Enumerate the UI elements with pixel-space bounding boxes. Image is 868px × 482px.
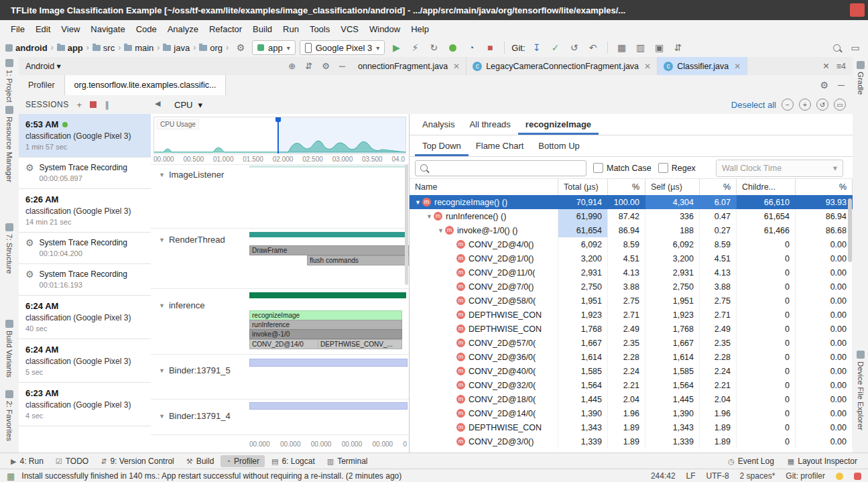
- git-history-button[interactable]: ↺: [567, 40, 582, 55]
- expand-arrow-icon[interactable]: ▼: [425, 213, 434, 220]
- expand-arrow-icon[interactable]: ▼: [414, 199, 422, 206]
- pause-session-icon[interactable]: ∥: [105, 100, 109, 110]
- stop-session-icon[interactable]: [90, 101, 97, 108]
- menu-item-tools[interactable]: Tools: [304, 21, 335, 37]
- lane-label-binder4[interactable]: ▼ Binder:13791_4: [159, 411, 231, 421]
- table-row[interactable]: mCONV_2D@18/0(1,4452.041,4452.0400.00: [410, 392, 853, 406]
- tool-window-button-todo[interactable]: ☑TODO: [50, 455, 94, 467]
- collapse-sessions-icon[interactable]: ◀: [155, 99, 160, 108]
- session-item[interactable]: 6:26 AMclassification (Google Pixel 3)14…: [19, 189, 151, 233]
- table-row[interactable]: mCONV_2D@7/0()2,7503.882,7503.8800.00: [410, 280, 853, 294]
- menu-item-edit[interactable]: Edit: [30, 21, 56, 37]
- sdk-manager-icon[interactable]: ⇵: [671, 40, 686, 55]
- inspections-icon[interactable]: [836, 473, 843, 480]
- breadcrumb-item-android[interactable]: android: [5, 43, 48, 53]
- table-row[interactable]: mCONV_2D@32/0(1,5642.211,5642.2100.00: [410, 378, 853, 392]
- selection-line[interactable]: [277, 117, 279, 154]
- close-icon[interactable]: ✕: [822, 61, 829, 71]
- caret-position[interactable]: 244:42: [651, 471, 676, 481]
- zoom-in-icon[interactable]: +: [799, 99, 811, 111]
- event-runinference[interactable]: runInference: [249, 320, 402, 330]
- breadcrumb-item-org[interactable]: org: [199, 43, 223, 53]
- table-row[interactable]: mCONV_2D@57/0(1,6672.351,6672.3500.00: [410, 336, 853, 350]
- lane-label-binder5[interactable]: ▼ Binder:13791_5: [159, 365, 231, 375]
- menu-item-view[interactable]: View: [56, 21, 85, 37]
- timeline-scrollbar[interactable]: [405, 164, 408, 285]
- metric-selector[interactable]: CPU ▾: [174, 95, 202, 114]
- tab-flame-chart[interactable]: Flame Chart: [469, 135, 532, 156]
- event-invoke[interactable]: invoke@-1/0: [249, 329, 402, 339]
- tool-window-button-logcat[interactable]: ▤6: Logcat: [266, 455, 320, 467]
- tool-window-button-structure[interactable]: 7: Structure: [0, 223, 19, 274]
- tool-window-button-gradle[interactable]: Gradle: [853, 61, 868, 95]
- deselect-all-link[interactable]: Deselect all: [731, 100, 776, 110]
- settings-icon[interactable]: ⚙: [322, 61, 330, 71]
- lane-label-inference[interactable]: ▼ inference: [159, 300, 204, 310]
- avd-manager-icon[interactable]: ▭: [848, 40, 863, 55]
- menu-item-code[interactable]: Code: [131, 21, 162, 37]
- close-window-button[interactable]: [850, 3, 865, 17]
- profiler-session-tab[interactable]: org.tensorflow.lite.examples.classific..…: [64, 75, 227, 95]
- table-row[interactable]: mDEPTHWISE_CON1,7682.491,7682.4900.00: [410, 322, 853, 336]
- layout-inspector-icon[interactable]: ▥: [633, 40, 648, 55]
- table-row[interactable]: mCONV_2D@40/0(1,5852.241,5852.2400.00: [410, 364, 853, 378]
- git-branch-indicator[interactable]: Git: profiler: [786, 471, 825, 481]
- column-header-children[interactable]: Childre...: [737, 179, 796, 195]
- tab-analysis[interactable]: Analysis: [415, 114, 462, 135]
- tab-list-icon[interactable]: ≡4: [836, 62, 846, 71]
- tab-recognizeimage[interactable]: recognizeImage: [518, 114, 599, 135]
- menu-item-analyze[interactable]: Analyze: [162, 21, 204, 37]
- table-row[interactable]: mCONV_2D@1/0()3,2004.513,2004.5100.00: [410, 251, 853, 265]
- regex-option[interactable]: Regex: [658, 163, 696, 173]
- tool-window-button-layout-inspector[interactable]: ▦Layout Inspector: [782, 455, 863, 467]
- tool-window-button-run[interactable]: ▶4: Run: [5, 455, 49, 467]
- table-row[interactable]: mCONV_2D@4/0()6,0928.596,0928.5900.00: [410, 237, 853, 251]
- breadcrumb-item-app[interactable]: app: [57, 43, 83, 53]
- stop-button[interactable]: ■: [483, 40, 497, 55]
- regex-checkbox[interactable]: [658, 163, 668, 173]
- menu-item-build[interactable]: Build: [247, 21, 277, 37]
- recording-item[interactable]: ⚙System Trace Recording00:01:16.193: [19, 264, 151, 296]
- hide-panel-icon[interactable]: ─: [339, 61, 345, 71]
- tool-window-button-build[interactable]: ⚒Build: [181, 455, 220, 467]
- table-row[interactable]: ▼mrunInference() ()61,99087.423360.4761,…: [410, 209, 853, 223]
- event-conv2d[interactable]: CONV_2D@14/0: [249, 339, 321, 349]
- table-row[interactable]: mDEPTHWISE_CON1,9232.711,9232.7100.00: [410, 308, 853, 322]
- menu-item-help[interactable]: Help: [406, 21, 434, 37]
- close-tab-icon[interactable]: ✕: [453, 62, 460, 71]
- table-row[interactable]: mDEPTHWISE_CON1,3431.891,3431.8900.00: [410, 420, 853, 434]
- locate-file-icon[interactable]: ⊕: [288, 61, 296, 71]
- reset-zoom-icon[interactable]: ↺: [816, 99, 828, 111]
- menu-item-file[interactable]: File: [5, 21, 30, 37]
- tab-all-threads[interactable]: All threads: [462, 114, 517, 135]
- add-session-icon[interactable]: +: [77, 100, 82, 110]
- run-button[interactable]: ▶: [389, 40, 404, 55]
- tab-bottom-up[interactable]: Bottom Up: [531, 135, 586, 156]
- tool-window-button-project[interactable]: 1: Project: [0, 59, 19, 103]
- table-row[interactable]: mCONV_2D@36/0(1,6142.281,6142.2800.00: [410, 350, 853, 364]
- recording-item[interactable]: ⚙System Trace Recording00:00:05.897: [19, 158, 151, 189]
- event-drawframe[interactable]: DrawFrame: [249, 245, 409, 255]
- table-row[interactable]: ▼minvoke@-1/0() ()61,65486.941880.2761,4…: [410, 223, 853, 237]
- table-row[interactable]: mCONV_2D@14/0(1,3901.961,3901.9600.00: [410, 406, 853, 420]
- git-rollback-button[interactable]: ↶: [586, 40, 601, 55]
- session-item[interactable]: 6:23 AMclassification (Google Pixel 3)4 …: [19, 383, 151, 426]
- debug-button[interactable]: [445, 40, 460, 55]
- menu-item-run[interactable]: Run: [277, 21, 304, 37]
- device-select[interactable]: Google Pixel 3 ▾: [300, 40, 385, 55]
- tool-window-button-build-variants[interactable]: Build Variants: [0, 320, 19, 377]
- column-header-total-pct[interactable]: %: [608, 179, 645, 195]
- project-view-selector[interactable]: Android ▾: [25, 61, 61, 71]
- run-configuration-select[interactable]: app ▾: [252, 40, 296, 55]
- table-row[interactable]: mCONV_2D@11/0(2,9314.132,9314.1300.00: [410, 265, 853, 280]
- tool-window-toggle-icon[interactable]: ▦: [7, 471, 15, 481]
- table-row[interactable]: mCONV_2D@3/0()1,3391.891,3391.8900.00: [410, 434, 853, 448]
- line-ending-indicator[interactable]: LF: [686, 471, 696, 481]
- git-update-button[interactable]: ↧: [530, 40, 544, 55]
- event-depthwise-conv[interactable]: DEPTHWISE_CONV_...: [318, 339, 402, 349]
- table-row[interactable]: ▼mrecognizeImage() ()70,914100.004,3046.…: [410, 195, 853, 209]
- match-case-option[interactable]: Match Case: [593, 163, 652, 173]
- table-row[interactable]: mCONV_2D@58/0(1,9512.751,9512.7500.00: [410, 294, 853, 308]
- breadcrumb-item-src[interactable]: src: [92, 43, 115, 53]
- device-manager-icon[interactable]: ▣: [652, 40, 667, 55]
